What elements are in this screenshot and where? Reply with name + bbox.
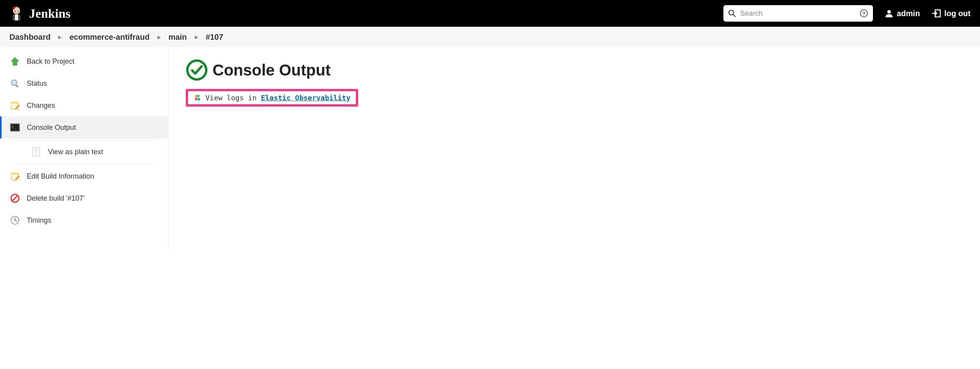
svg-point-4	[15, 10, 16, 11]
svg-rect-28	[11, 173, 18, 174]
search-box[interactable]: ?	[723, 5, 873, 22]
svg-point-3	[13, 7, 15, 9]
sidebar-item-label: Edit Build Information	[27, 172, 94, 181]
sidebar-item-label: Status	[27, 79, 47, 88]
sidebar-item-back-to-project[interactable]: Back to Project	[0, 50, 168, 72]
svg-rect-15	[15, 85, 18, 88]
svg-point-39	[198, 98, 200, 100]
logout-link[interactable]: log out	[932, 9, 971, 18]
svg-point-14	[11, 80, 17, 85]
clock-icon	[9, 215, 20, 226]
svg-line-31	[12, 196, 18, 201]
elastic-callout: View logs in Elastic Observability	[186, 89, 358, 107]
help-icon[interactable]: ?	[860, 9, 868, 18]
chevron-right-icon: ▶	[195, 35, 198, 40]
breadcrumb-item[interactable]: #107	[206, 33, 224, 42]
sidebar-item-view-as-plain-text[interactable]: View as plain text	[9, 140, 159, 164]
sidebar-item-label: View as plain text	[48, 148, 103, 156]
chevron-right-icon: ▶	[58, 35, 61, 40]
magnifier-icon	[9, 78, 20, 89]
callout-prefix: View logs in	[205, 94, 261, 102]
elastic-observability-link[interactable]: Elastic Observability	[261, 94, 351, 102]
user-icon	[885, 9, 893, 18]
svg-rect-27	[11, 173, 18, 180]
sidebar-item-timings[interactable]: Timings	[0, 209, 168, 231]
sidebar-item-console-output[interactable]: >_ Console Output	[0, 116, 168, 138]
sidebar-item-edit-build-information[interactable]: Edit Build Information	[0, 165, 168, 187]
svg-point-5	[18, 10, 19, 11]
sidebar-item-label: Back to Project	[27, 57, 74, 66]
breadcrumb-item[interactable]: Dashboard	[9, 33, 50, 42]
svg-point-37	[197, 95, 200, 97]
sidebar-item-status[interactable]: Status	[0, 72, 168, 94]
jenkins-logo[interactable]: Jenkins	[9, 6, 70, 21]
logout-icon	[932, 9, 941, 18]
breadcrumb-item[interactable]: main	[168, 33, 187, 42]
jenkins-logo-icon	[9, 6, 24, 21]
sidebar-item-label: Console Output	[27, 124, 76, 132]
sidebar-item-changes[interactable]: Changes	[0, 94, 168, 116]
user-link[interactable]: admin	[885, 9, 920, 18]
search-input[interactable]	[740, 9, 856, 18]
breadcrumb: Dashboard ▶ ecommerce-antifraud ▶ main ▶…	[0, 27, 980, 47]
svg-rect-17	[11, 102, 18, 103]
svg-marker-13	[11, 57, 19, 65]
page-title: Console Output	[213, 61, 331, 79]
notepad-icon	[9, 100, 20, 111]
document-icon	[31, 146, 42, 157]
logout-label: log out	[944, 9, 971, 18]
delete-icon	[9, 193, 20, 204]
svg-text:?: ?	[862, 11, 865, 17]
svg-text:>_: >_	[12, 125, 16, 129]
sidebar-item-label: Timings	[27, 216, 51, 225]
up-arrow-icon	[9, 56, 20, 67]
jenkins-logo-text: Jenkins	[29, 6, 70, 21]
terminal-icon: >_	[9, 122, 20, 133]
svg-point-10	[888, 10, 891, 14]
sidebar-item-label: Delete build '#107'	[27, 194, 85, 203]
success-icon	[186, 59, 208, 81]
svg-point-6	[729, 10, 734, 15]
notepad-icon	[9, 171, 20, 182]
breadcrumb-item[interactable]: ecommerce-antifraud	[69, 33, 149, 42]
svg-rect-2	[15, 15, 18, 20]
sidebar-item-label: Changes	[27, 101, 55, 110]
sidebar-item-delete-build[interactable]: Delete build '#107'	[0, 187, 168, 209]
svg-line-7	[733, 15, 735, 17]
search-icon	[728, 9, 736, 17]
chevron-right-icon: ▶	[157, 35, 161, 40]
svg-rect-16	[11, 103, 18, 109]
user-name: admin	[897, 9, 920, 18]
svg-rect-22	[33, 148, 40, 156]
elastic-icon	[194, 94, 202, 102]
sidebar: Back to Project Status Changes >_ Consol…	[0, 47, 168, 252]
svg-point-38	[195, 98, 197, 100]
